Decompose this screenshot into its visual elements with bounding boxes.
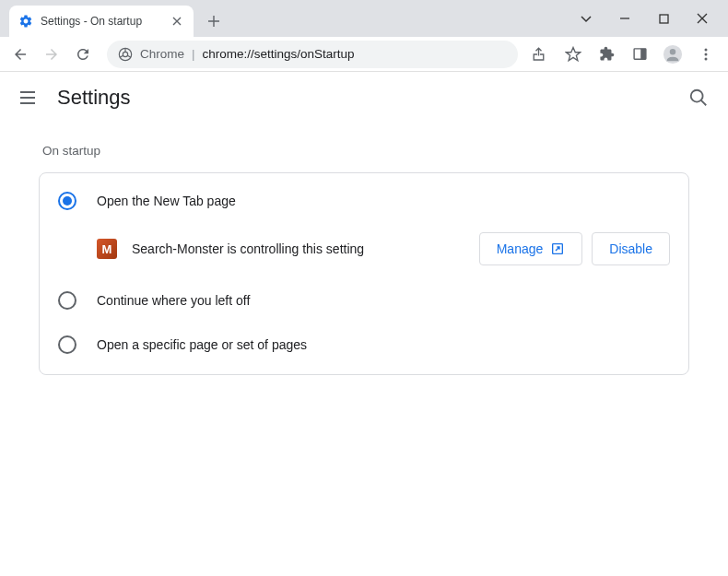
page-title: Settings: [57, 86, 667, 110]
extension-icon: M: [97, 239, 117, 259]
svg-point-10: [691, 90, 703, 102]
extensions-icon[interactable]: [595, 43, 617, 65]
svg-rect-4: [640, 49, 646, 59]
option-continue[interactable]: Continue where you left off: [40, 278, 688, 323]
address-separator: |: [192, 47, 195, 61]
forward-button[interactable]: [39, 41, 65, 67]
manage-button[interactable]: Manage: [479, 232, 583, 265]
svg-point-7: [705, 48, 708, 51]
new-tab-button[interactable]: [201, 8, 227, 34]
radio-icon[interactable]: [58, 291, 76, 310]
svg-rect-0: [660, 15, 668, 23]
close-window-button[interactable]: [693, 9, 711, 28]
share-icon[interactable]: [529, 43, 551, 65]
option-open-new-tab[interactable]: Open the New Tab page: [40, 181, 688, 223]
svg-point-6: [670, 49, 675, 54]
option-label: Open a specific page or set of pages: [97, 337, 307, 352]
menu-icon[interactable]: [695, 43, 717, 65]
search-icon[interactable]: [687, 87, 710, 109]
disable-button[interactable]: Disable: [592, 232, 670, 265]
option-specific-pages[interactable]: Open a specific page or set of pages: [40, 323, 688, 367]
radio-selected-icon[interactable]: [58, 192, 76, 210]
minimize-button[interactable]: [616, 9, 634, 28]
option-label: Open the New Tab page: [97, 194, 236, 208]
radio-icon[interactable]: [58, 335, 76, 354]
svg-point-8: [705, 53, 708, 55]
reload-button[interactable]: [70, 41, 96, 67]
option-label: Continue where you left off: [97, 293, 250, 308]
hamburger-icon[interactable]: [18, 88, 37, 107]
chrome-icon: [118, 47, 133, 62]
controlled-text: Search-Monster is controlling this setti…: [132, 241, 464, 256]
startup-card: Open the New Tab page M Search-Monster i…: [39, 172, 689, 375]
address-scheme: Chrome: [140, 47, 184, 61]
profile-icon[interactable]: [662, 43, 684, 65]
chevron-down-icon[interactable]: [577, 9, 595, 28]
side-panel-icon[interactable]: [628, 43, 651, 65]
close-icon[interactable]: [170, 14, 184, 29]
browser-tab[interactable]: Settings - On startup: [9, 6, 194, 37]
gear-icon: [18, 14, 33, 29]
content: On startup Open the New Tab page M Searc…: [0, 144, 728, 375]
maximize-button[interactable]: [654, 9, 673, 28]
tab-title: Settings - On startup: [41, 15, 162, 28]
svg-point-9: [705, 57, 708, 60]
toolbar: Chrome | chrome://settings/onStartup: [0, 37, 728, 72]
window-controls: [577, 9, 728, 37]
open-external-icon: [550, 241, 565, 256]
section-label: On startup: [42, 144, 689, 158]
svg-point-2: [123, 52, 127, 56]
address-url: chrome://settings/onStartup: [203, 47, 355, 61]
manage-button-label: Manage: [497, 241, 544, 256]
titlebar: Settings - On startup: [0, 0, 728, 37]
controlled-by-extension-row: M Search-Monster is controlling this set…: [40, 223, 688, 278]
address-bar[interactable]: Chrome | chrome://settings/onStartup: [107, 41, 518, 68]
bookmark-icon[interactable]: [562, 43, 584, 65]
back-button[interactable]: [7, 41, 33, 67]
disable-button-label: Disable: [609, 241, 652, 256]
settings-header: Settings: [0, 72, 728, 123]
